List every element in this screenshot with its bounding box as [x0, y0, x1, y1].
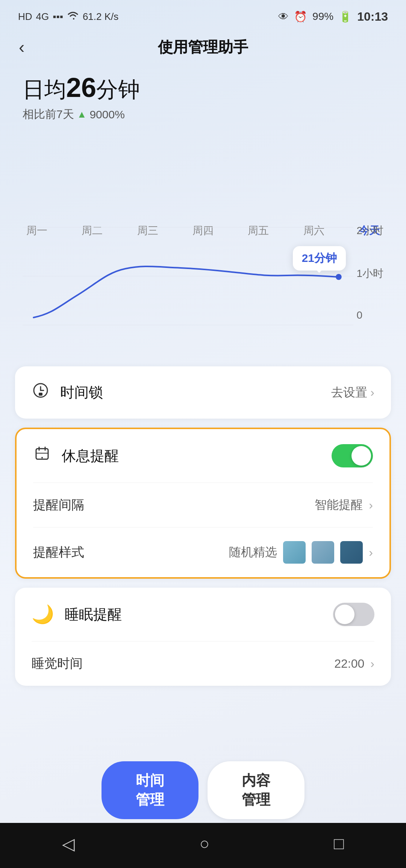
reminder-style-chevron: › — [369, 546, 373, 560]
rest-reminder-card: 休息提醒 提醒间隔 智能提醒 › 提醒样式 随机精选 › — [15, 428, 391, 579]
reminder-interval-label: 提醒间隔 — [33, 496, 84, 514]
svg-point-12 — [41, 457, 43, 458]
status-right: 👁 ⏰ 99% 🔋 10:13 — [278, 10, 388, 24]
daily-avg-title: 日均26分钟 — [23, 71, 383, 104]
reminder-interval-value: 智能提醒 › — [315, 497, 373, 513]
reminder-interval-row[interactable]: 提醒间隔 智能提醒 › — [17, 483, 389, 527]
status-bar: HD 4G ▪▪▪ 61.2 K/s 👁 ⏰ 99% 🔋 10:13 — [0, 0, 406, 30]
sleep-time-chevron: › — [370, 657, 374, 671]
back-button[interactable]: ‹ — [19, 37, 24, 57]
eye-icon: 👁 — [278, 11, 289, 23]
trend-value: 9000% — [89, 108, 124, 121]
svg-rect-7 — [39, 393, 42, 396]
network-speed: 61.2 K/s — [83, 11, 118, 23]
time-lock-icon — [32, 381, 50, 404]
time-lock-action[interactable]: 去设置 › — [331, 384, 374, 401]
nav-home-btn[interactable]: ○ — [199, 834, 209, 853]
tab-content-management[interactable]: 内容管理 — [208, 761, 304, 819]
toggle-knob — [351, 446, 371, 466]
style-thumb-2 — [312, 541, 334, 564]
time-lock-left: 时间锁 — [32, 381, 103, 404]
nav-recent-btn[interactable]: □ — [334, 834, 344, 853]
reminder-style-row[interactable]: 提醒样式 随机精选 › — [17, 528, 389, 577]
signal-bars: ▪▪▪ — [53, 11, 63, 23]
battery-icon: 🔋 — [339, 11, 352, 23]
sleep-reminder-toggle[interactable] — [333, 603, 374, 626]
nav-bar: ◁ ○ □ — [0, 823, 406, 868]
rest-reminder-left: 休息提醒 — [33, 445, 119, 467]
rest-reminder-icon — [33, 445, 51, 467]
usage-chart: 2小时 1小时 0 21分钟 周一 周二 周三 周四 周五 周六 今天 — [23, 224, 383, 351]
chart-y-labels: 2小时 1小时 0 — [356, 224, 383, 321]
y-label-0: 0 — [356, 309, 383, 321]
bottom-tabs: 时间管理 内容管理 — [102, 761, 304, 819]
sleep-time-label: 睡觉时间 — [32, 655, 83, 672]
daily-average-section: 日均26分钟 相比前7天 ▲ 9000% — [23, 71, 383, 122]
sleep-reminder-card: 🌙 睡眠提醒 睡觉时间 22:00 › — [15, 588, 391, 686]
settings-cards: 时间锁 去设置 › 休息提醒 提醒间隔 智能提醒 — [0, 366, 406, 686]
time-lock-chevron: › — [370, 386, 374, 399]
chart-tooltip: 21分钟 — [293, 246, 346, 271]
wifi-icon — [67, 11, 79, 23]
tab-time-management[interactable]: 时间管理 — [102, 761, 198, 819]
y-label-2h: 2小时 — [356, 224, 383, 238]
style-thumb-3 — [340, 541, 363, 564]
sleep-time-value: 22:00 › — [334, 657, 374, 671]
daily-avg-subtitle: 相比前7天 ▲ 9000% — [23, 107, 383, 122]
chart-svg — [23, 224, 353, 329]
y-label-1h: 1小时 — [356, 266, 383, 281]
reminder-style-value: 随机精选 › — [229, 541, 373, 564]
time-lock-label: 时间锁 — [60, 383, 103, 402]
status-time: 10:13 — [357, 10, 388, 24]
status-left: HD 4G ▪▪▪ 61.2 K/s — [18, 11, 118, 23]
time-lock-row[interactable]: 时间锁 去设置 › — [15, 366, 391, 419]
trend-arrow: ▲ — [77, 109, 87, 120]
sleep-time-row[interactable]: 睡觉时间 22:00 › — [15, 641, 391, 686]
sleep-reminder-icon: 🌙 — [32, 604, 54, 625]
page-title: 使用管理助手 — [158, 37, 248, 57]
reminder-interval-chevron: › — [369, 498, 373, 512]
nav-back-btn[interactable]: ◁ — [62, 834, 75, 853]
reminder-style-label: 提醒样式 — [33, 544, 84, 561]
sleep-toggle-knob — [335, 605, 354, 624]
signal-4g: 4G — [36, 11, 49, 23]
sleep-reminder-label: 睡眠提醒 — [65, 605, 122, 624]
hd-label: HD — [18, 11, 32, 23]
sleep-reminder-row: 🌙 睡眠提醒 — [15, 588, 391, 641]
svg-point-3 — [336, 274, 342, 280]
rest-reminder-row: 休息提醒 — [17, 429, 389, 482]
rest-reminder-toggle[interactable] — [332, 444, 373, 467]
rest-reminder-label: 休息提醒 — [62, 446, 119, 466]
top-nav: ‹ 使用管理助手 — [0, 30, 406, 64]
battery-percent: 99% — [312, 11, 333, 23]
style-thumb-1 — [283, 541, 306, 564]
time-lock-card: 时间锁 去设置 › — [15, 366, 391, 419]
alarm-icon: ⏰ — [294, 11, 307, 23]
main-content: 日均26分钟 相比前7天 ▲ 9000% 2小时 1小时 0 21分钟 — [0, 64, 406, 351]
sleep-reminder-left: 🌙 睡眠提醒 — [32, 604, 122, 625]
